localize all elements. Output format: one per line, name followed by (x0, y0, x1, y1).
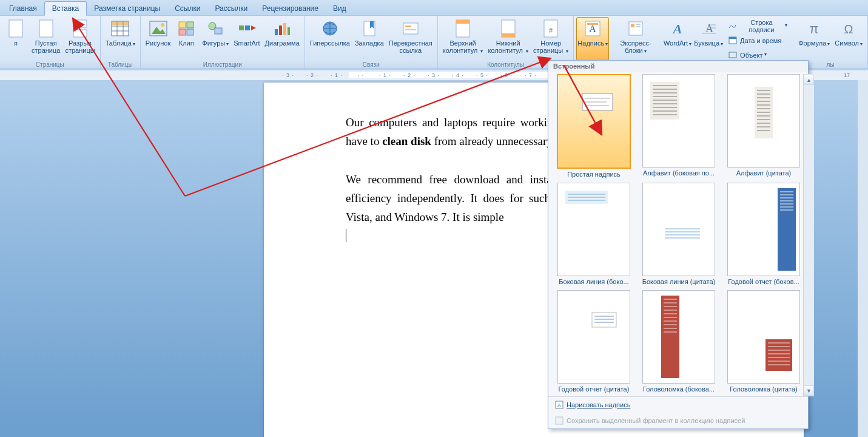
calendar-icon (728, 35, 738, 45)
group-links-label: Связи (305, 61, 437, 69)
bookmark-button[interactable]: Закладка (352, 17, 386, 61)
svg-text:A: A (589, 24, 596, 34)
tab-home[interactable]: Главная (2, 2, 44, 15)
globe-icon (320, 19, 340, 38)
draw-textbox-icon: A (554, 400, 564, 410)
gallery-scrollbar[interactable]: ▲ ▼ (803, 74, 814, 396)
gallery-caption: Алфавит (цитата) (736, 169, 792, 177)
gallery-item-7[interactable]: Головоломка (бокова... (639, 290, 718, 393)
gallery-item-8[interactable]: Головоломка (цитата) (724, 290, 803, 393)
page-break-icon (70, 19, 90, 38)
gallery-item-2[interactable]: Алфавит (цитата) (724, 74, 803, 178)
gallery-thumb (727, 183, 800, 276)
group-pages: я Пустая страница Разрыв страницы Страни… (0, 16, 101, 69)
gallery-item-4[interactable]: Боковая линия (цитата) (639, 183, 718, 285)
picture-icon (149, 19, 168, 38)
textbox-button[interactable]: A Надпись▾ (576, 17, 609, 61)
table-button[interactable]: Таблица▾ (103, 17, 138, 61)
tab-review[interactable]: Рецензирование (255, 2, 326, 15)
group-tables-label: Таблицы (101, 61, 140, 69)
table-icon (110, 19, 130, 38)
tab-page-layout[interactable]: Разметка страницы (87, 2, 167, 15)
gallery-thumb (642, 183, 715, 276)
blank-page-button[interactable]: Пустая страница (29, 17, 62, 61)
scroll-up-icon[interactable]: ▲ (804, 75, 814, 85)
quickparts-icon (626, 19, 645, 38)
draw-textbox-menuitem[interactable]: A Нарисовать надпись (548, 397, 808, 413)
crossref-button[interactable]: Перекрестная ссылка (386, 17, 435, 61)
tab-references[interactable]: Ссылки (167, 2, 207, 15)
signature-icon (728, 21, 736, 30)
group-links: Гиперссылка Закладка Перекрестная ссылка… (305, 16, 438, 69)
chart-icon (272, 19, 292, 38)
svg-rect-1 (39, 20, 53, 37)
wordart-button[interactable]: A WordArt▾ (662, 17, 693, 61)
clip-button[interactable]: Клип (173, 17, 200, 61)
svg-text:π: π (810, 21, 819, 36)
cover-page-button[interactable]: я (2, 17, 29, 61)
svg-rect-24 (288, 27, 290, 35)
vertical-scrollbar[interactable] (858, 80, 868, 437)
cover-page-icon (6, 19, 25, 38)
gallery-item-0[interactable]: Простая надпись (554, 74, 633, 178)
header-button[interactable]: Верхний колонтитул ▾ (440, 17, 486, 61)
smartart-icon (237, 19, 257, 38)
group-pages-label: Страницы (0, 61, 100, 69)
svg-rect-96 (592, 313, 616, 327)
gallery-caption: Головоломка (бокова... (643, 385, 715, 393)
gallery-item-6[interactable]: Годовой отчет (цитата) (554, 290, 633, 393)
pagenum-button[interactable]: # Номер страницы ▾ (531, 17, 571, 61)
svg-rect-100 (661, 296, 679, 378)
wordart-icon: A (668, 19, 687, 38)
shapes-button[interactable]: Фигуры▾ (200, 17, 231, 61)
tab-view[interactable]: Вид (326, 2, 354, 15)
gallery-item-3[interactable]: Боковая линия (боко... (554, 183, 633, 285)
gallery-thumb (727, 74, 800, 168)
gallery-thumb (642, 74, 715, 168)
save-selection-menuitem: Сохранить выделенный фрагмент в коллекци… (548, 413, 808, 429)
svg-text:A: A (557, 402, 561, 408)
svg-rect-33 (502, 33, 515, 37)
shapes-icon (206, 19, 225, 38)
gallery-caption: Боковая линия (боко... (559, 278, 628, 285)
gallery-thumb (557, 183, 630, 276)
svg-rect-50 (729, 52, 736, 58)
svg-rect-29 (405, 29, 416, 30)
omega-icon: Ω (839, 19, 858, 38)
svg-rect-15 (179, 29, 186, 35)
datetime-button[interactable]: Дата и время (725, 33, 790, 47)
svg-text:#: # (549, 27, 553, 34)
page-break-button[interactable]: Разрыв страницы (62, 17, 97, 61)
smartart-button[interactable]: SmartArt (231, 17, 262, 61)
save-selection-icon (554, 416, 564, 425)
quickparts-button[interactable]: Экспресс-блоки▾ (609, 17, 662, 61)
footer-button[interactable]: Нижний колонтитул ▾ (485, 17, 531, 61)
group-illustrations: Рисунок Клип Фигуры▾ SmartArt Диаграмма … (141, 16, 305, 69)
scroll-down-icon[interactable]: ▼ (804, 385, 814, 396)
tab-insert[interactable]: Вставка (44, 1, 87, 16)
signature-line-button[interactable]: Строка подписи▾ (725, 18, 790, 33)
svg-rect-121 (556, 417, 563, 424)
svg-rect-16 (187, 29, 193, 35)
header-icon (453, 19, 473, 38)
gallery-item-1[interactable]: Алфавит (боковая по... (639, 74, 718, 178)
symbol-button[interactable]: Ω Символ▾ (832, 17, 865, 61)
svg-rect-57 (650, 82, 679, 120)
dropcap-icon: A (699, 19, 718, 38)
chart-button[interactable]: Диаграмма (263, 17, 302, 61)
gallery-item-5[interactable]: Годовой отчет (боков... (724, 183, 803, 285)
crossref-icon (401, 19, 420, 38)
gallery-caption: Годовой отчет (цитата) (559, 385, 630, 393)
svg-text:Ω: Ω (844, 22, 853, 36)
textbox-icon: A (583, 19, 602, 38)
equation-button[interactable]: π Формула▾ (796, 17, 832, 61)
picture-button[interactable]: Рисунок (143, 17, 173, 61)
bookmark-icon (360, 19, 379, 38)
svg-rect-2 (73, 20, 87, 27)
gallery-grid: Простая надписьАлфавит (боковая по...Алф… (554, 74, 803, 396)
svg-rect-20 (245, 25, 250, 30)
tab-mailings[interactable]: Рассылки (207, 2, 255, 15)
hyperlink-button[interactable]: Гиперссылка (308, 17, 352, 61)
dropcap-button[interactable]: A Буквица▾ (693, 17, 724, 61)
gallery-section-header: Встроенный (548, 61, 808, 72)
